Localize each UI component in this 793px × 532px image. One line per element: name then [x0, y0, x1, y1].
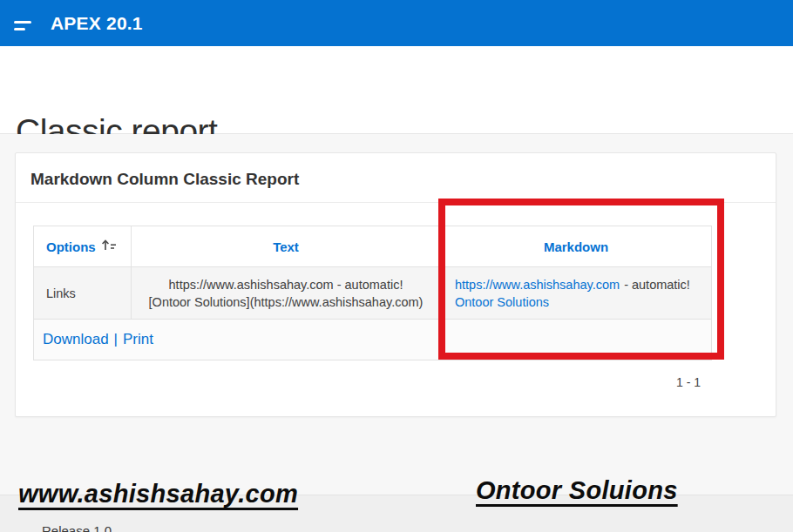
markdown-suffix-text: - automatic! [624, 278, 690, 292]
cell-options: Links [34, 267, 132, 320]
cell-text: https://www.ashishsahay.com - automatic!… [132, 267, 441, 320]
menu-bar-top [14, 21, 31, 24]
nav-menu-icon[interactable] [10, 12, 37, 35]
markdown-line-2: Ontoor Solutions [455, 293, 711, 311]
table-footer-row: Download|Print [34, 320, 712, 360]
app-header-bar: APEX 20.1 [0, 0, 793, 46]
table-row: Links https://www.ashishsahay.com - auto… [34, 267, 712, 320]
page-title-section: Classic report [0, 46, 793, 134]
classic-report-table: Options [33, 226, 712, 360]
pagination-label: 1 - 1 [33, 360, 711, 389]
cell-markdown: https://www.ashishsahay.com- automatic! … [441, 267, 712, 320]
text-line-1: https://www.ashishsahay.com - automatic! [132, 276, 440, 293]
ontoor-solutions-link[interactable]: Ontoor Solutions [455, 295, 549, 309]
column-header-options[interactable]: Options [34, 226, 132, 267]
column-header-markdown[interactable]: Markdown [441, 226, 712, 267]
app-title: APEX 20.1 [51, 0, 143, 46]
markdown-line-1: https://www.ashishsahay.com- automatic! [455, 276, 711, 293]
markdown-url-link[interactable]: https://www.ashishsahay.com [455, 278, 620, 292]
column-header-options-label: Options [46, 239, 96, 254]
footer-site-link[interactable]: www.ashishsahay.com [18, 480, 298, 508]
text-line-2: [Ontoor Solutions](https://www.ashishsah… [132, 293, 440, 311]
column-header-text[interactable]: Text [132, 226, 441, 267]
report-region-body: Options [16, 203, 776, 389]
report-region: Markdown Column Classic Report Options [15, 152, 776, 417]
table-footer-cell: Download|Print [34, 320, 712, 360]
apex-page: APEX 20.1 Classic report Markdown Column… [0, 0, 793, 532]
footer-links-separator: | [114, 331, 118, 347]
print-link[interactable]: Print [123, 331, 153, 347]
footer-company-link[interactable]: Ontoor Soluions [476, 476, 678, 505]
region-title: Markdown Column Classic Report [30, 170, 299, 189]
menu-bar-bottom [14, 28, 25, 30]
download-link[interactable]: Download [43, 331, 109, 347]
release-label: Release 1.0 [42, 523, 112, 532]
sort-ascending-icon [101, 239, 117, 254]
table-header-row: Options [34, 226, 712, 267]
report-region-header: Markdown Column Classic Report [16, 153, 776, 203]
